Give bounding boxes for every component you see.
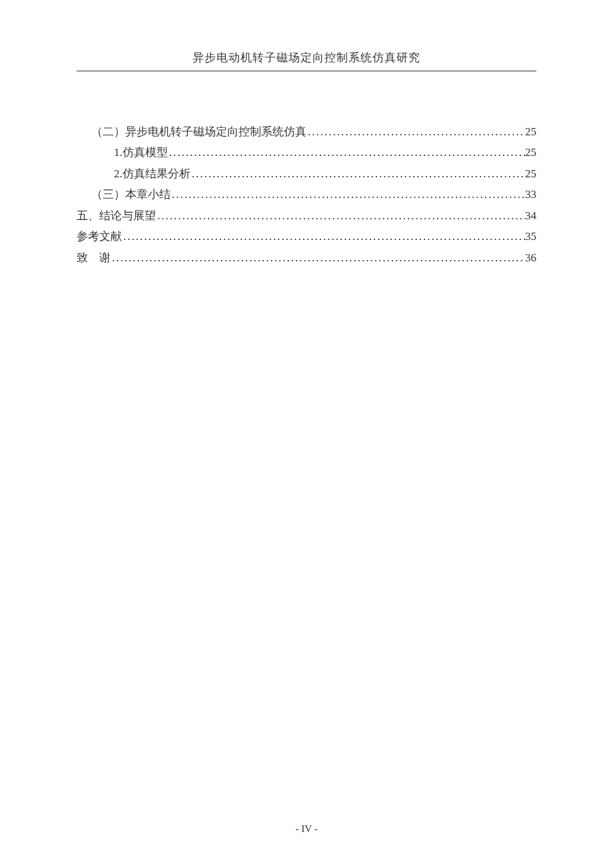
toc-page-number: 25 xyxy=(525,121,536,142)
toc-page-number: 36 xyxy=(525,247,536,268)
toc-leader-dots xyxy=(111,247,525,268)
toc-label: 2.仿真结果分析 xyxy=(114,163,191,184)
document-page: 异步电动机转子磁场定向控制系统仿真研究 （二）异步电机转子磁场定向控制系统仿真 … xyxy=(0,0,613,268)
toc-page-number: 25 xyxy=(525,142,536,163)
toc-entry: 2.仿真结果分析 25 xyxy=(77,163,536,184)
toc-entry: 致 谢 36 xyxy=(77,247,536,268)
toc-page-number: 35 xyxy=(525,226,536,247)
toc-entry: （三）本章小结 33 xyxy=(77,184,536,205)
toc-entry: 五、结论与展望 34 xyxy=(77,205,536,226)
toc-entry: 1.仿真模型 25 xyxy=(77,142,536,163)
toc-leader-dots xyxy=(156,205,525,226)
toc-label: 1.仿真模型 xyxy=(114,142,168,163)
toc-leader-dots xyxy=(191,163,525,184)
page-footer-number: - IV - xyxy=(0,823,613,835)
page-header-title: 异步电动机转子磁场定向控制系统仿真研究 xyxy=(77,50,536,65)
toc-leader-dots xyxy=(168,142,525,163)
toc-label: （二）异步电机转子磁场定向控制系统仿真 xyxy=(91,121,306,142)
toc-page-number: 25 xyxy=(525,163,536,184)
toc-label: 五、结论与展望 xyxy=(77,205,156,226)
toc-entry: （二）异步电机转子磁场定向控制系统仿真 25 xyxy=(77,121,536,142)
toc-page-number: 34 xyxy=(525,205,536,226)
table-of-contents: （二）异步电机转子磁场定向控制系统仿真 25 1.仿真模型 25 2.仿真结果分… xyxy=(77,121,536,268)
toc-label: （三）本章小结 xyxy=(91,184,171,205)
toc-label: 参考文献 xyxy=(77,226,122,247)
toc-label-acknowledgements: 致 谢 xyxy=(77,247,111,268)
toc-leader-dots xyxy=(122,226,525,247)
toc-entry: 参考文献 35 xyxy=(77,226,536,247)
toc-leader-dots xyxy=(171,184,525,205)
header-divider xyxy=(77,71,536,71)
toc-leader-dots xyxy=(306,121,525,142)
toc-page-number: 33 xyxy=(525,184,536,205)
